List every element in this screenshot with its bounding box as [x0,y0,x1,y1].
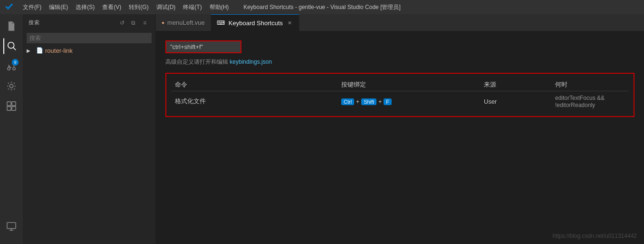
svg-point-6 [10,84,13,88]
shortcuts-table: 命令 按键绑定 来源 何时 格式化文件 Ctrl [171,78,629,111]
source-control-badge: 9 [12,59,19,66]
sidebar-header: 搜索 ↺ ⧉ ≡ [23,14,155,31]
col-header-keybinding: 按键绑定 [337,78,480,91]
source-cell: User [480,91,551,112]
plus-1: + [356,98,359,105]
router-link-label: router-link [45,47,73,54]
sidebar-search-input[interactable] [27,33,152,43]
svg-rect-9 [7,107,11,110]
key-combo: Ctrl + Shift + F [341,98,392,105]
tabs-bar: ● menuLeft.vue ⌨ Keyboard Shortcuts ✕ [156,14,644,31]
sidebar-search-box [23,31,155,45]
vscode-logo [5,2,14,12]
svg-line-1 [13,48,16,50]
keyboard-shortcut-search-input[interactable] [166,41,240,52]
col-header-source: 来源 [480,78,551,91]
tab-keyboard-shortcuts-label: Keyboard Shortcuts [229,20,283,27]
svg-rect-10 [12,107,16,110]
menu-view[interactable]: 查看(V) [98,0,125,14]
menu-edit[interactable]: 编辑(E) [45,0,72,14]
window-title: Keyboard Shortcuts - gentle-vue - Visual… [243,3,401,11]
plus-2: + [378,98,382,105]
keybindings-json-link[interactable]: keybindings.json [230,59,272,65]
files-icon[interactable] [3,18,19,34]
tab-menuleft-label: menuLeft.vue [167,19,205,26]
col-header-when: 何时 [551,78,629,91]
tree-arrow-icon: ▶ [27,48,34,53]
editor-content: 高级自定义请打开和编辑 keybindings.json 命令 按键绑定 来源 … [156,31,644,244]
menu-terminal[interactable]: 终端(T) [179,0,205,14]
menu-help[interactable]: 帮助(H) [206,0,233,14]
search-activity-icon[interactable] [3,38,19,54]
svg-rect-8 [12,102,16,106]
menu-goto[interactable]: 转到(G) [125,0,152,14]
tab-menuleft[interactable]: ● menuLeft.vue [156,14,211,31]
keyboard-shortcuts-container: 高级自定义请打开和编辑 keybindings.json 命令 按键绑定 来源 … [156,36,644,122]
watermark: https://blog.csdn.net/u011314442 [553,233,637,239]
activity-bar: 9 [0,14,23,244]
tab-close-button[interactable]: ✕ [286,19,293,27]
tab-keyboard-shortcuts[interactable]: ⌨ Keyboard Shortcuts ✕ [211,14,299,31]
svg-point-0 [8,42,14,49]
command-cell: 格式化文件 [171,91,337,112]
file-icon: 📄 [36,47,43,54]
collapse-action[interactable]: ⧉ [129,18,138,28]
col-header-command: 命令 [171,78,337,91]
keyboard-icon: ⌨ [217,20,225,26]
title-bar: 文件(F) 编辑(E) 选择(S) 查看(V) 转到(G) 调试(D) 终端(T… [0,0,644,14]
sidebar: 搜索 ↺ ⧉ ≡ ▶ 📄 router-link [23,14,156,244]
svg-point-4 [13,68,16,70]
tab-modified-dot: ● [162,20,164,25]
source-control-icon[interactable]: 9 [3,58,19,74]
advanced-hint: 高级自定义请打开和编辑 keybindings.json [165,58,634,66]
key-ctrl: Ctrl [341,98,354,105]
debug-icon[interactable] [3,78,19,94]
menu-debug[interactable]: 调试(D) [153,0,180,14]
when-cell: editorTextFocus && !editorReadonly [551,91,629,112]
table-header-row: 命令 按键绑定 来源 何时 [171,78,629,91]
refresh-action[interactable]: ↺ [117,18,127,28]
main-layout: 9 搜索 ↺ [0,14,644,244]
key-f: F [384,98,392,105]
shortcuts-table-wrapper: 命令 按键绑定 来源 何时 格式化文件 Ctrl [165,73,634,117]
menu-bar: 文件(F) 编辑(E) 选择(S) 查看(V) 转到(G) 调试(D) 终端(T… [19,0,232,14]
table-row[interactable]: 格式化文件 Ctrl + Shift + F [171,91,629,112]
menu-select[interactable]: 选择(S) [72,0,98,14]
key-shift: Shift [361,98,376,105]
editor-area: ● menuLeft.vue ⌨ Keyboard Shortcuts ✕ 高级… [156,14,644,244]
svg-rect-7 [7,102,11,106]
router-link-item[interactable]: ▶ 📄 router-link [23,45,155,56]
remote-icon[interactable] [3,218,19,234]
svg-rect-11 [7,223,16,229]
menu-file[interactable]: 文件(F) [19,0,45,14]
search-box-border [165,40,241,53]
svg-point-2 [8,68,10,70]
keybinding-cell: Ctrl + Shift + F [337,91,480,112]
extensions-icon[interactable] [3,98,19,114]
more-action[interactable]: ≡ [140,18,150,28]
